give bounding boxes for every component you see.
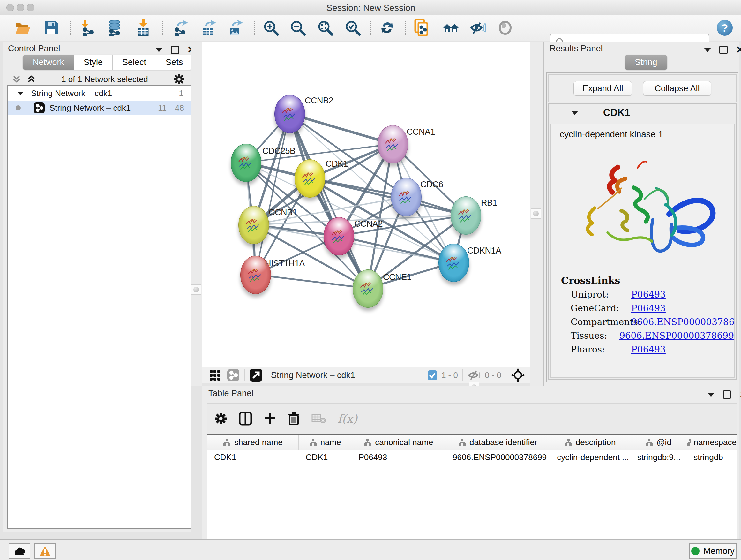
network-node-cdc6[interactable]: [391, 178, 421, 216]
warning-status-button[interactable]: [34, 543, 56, 559]
tab-select[interactable]: Select: [113, 55, 156, 70]
right-splitter-handle[interactable]: [531, 208, 541, 219]
options-gear-icon[interactable]: [173, 73, 185, 85]
table-row[interactable]: CDK1CDK1P064939606.ENSP00000378699cyclin…: [207, 450, 737, 464]
collapse-all-button[interactable]: Collapse All: [643, 81, 711, 96]
table-cell[interactable]: cyclin-dependent ...: [550, 450, 630, 464]
network-edge[interactable]: [255, 274, 367, 288]
import-table-file-icon[interactable]: [135, 19, 151, 36]
show-all-eye-icon[interactable]: [497, 19, 514, 36]
right-splitter[interactable]: [530, 42, 543, 386]
homes-icon[interactable]: [442, 19, 459, 36]
table-cell[interactable]: 9606.ENSP00000378699: [446, 450, 550, 464]
network-node-ccnb1[interactable]: [239, 206, 269, 244]
center-view-crosshair-icon[interactable]: [511, 368, 525, 382]
panel-menu-icon[interactable]: [155, 48, 162, 52]
crosslink-label: Compartments:: [570, 317, 631, 327]
gene-expander-icon[interactable]: [571, 111, 578, 115]
gene-section-header[interactable]: CDK1: [549, 107, 736, 118]
hidden-eye-slash-icon[interactable]: [468, 369, 482, 381]
column-header-namespace[interactable]: namespace: [686, 435, 737, 449]
column-header-shared-name[interactable]: shared name: [207, 435, 299, 449]
add-column-icon[interactable]: [264, 412, 276, 426]
export-table-icon[interactable]: [200, 19, 217, 36]
left-splitter[interactable]: [191, 42, 202, 386]
network-node-ccna2[interactable]: [324, 217, 354, 255]
network-edge[interactable]: [289, 114, 393, 144]
tab-sets[interactable]: Sets: [156, 55, 193, 70]
crosslink-value-link[interactable]: P06493: [631, 289, 666, 300]
crosslink-value-link[interactable]: 9606.ENSP00000378699: [631, 317, 735, 327]
zoom-out-icon[interactable]: [289, 19, 306, 36]
network-view-canvas[interactable]: CCNB2CCNA1CDC25BCDK1CDC6RB1CCNB1CCNA2CDK…: [202, 42, 530, 367]
network-collection-row[interactable]: String Network – cdk1 1: [8, 86, 191, 101]
column-header-canonical-name[interactable]: canonical name: [351, 435, 446, 449]
column-header-database-identifier[interactable]: database identifier: [446, 435, 550, 449]
delete-column-icon[interactable]: [288, 411, 300, 426]
save-session-icon[interactable]: [43, 19, 60, 36]
panel-float-icon[interactable]: [171, 46, 179, 54]
tab-network[interactable]: Network: [23, 55, 74, 70]
column-header-id[interactable]: @id: [630, 435, 686, 449]
table-cell[interactable]: stringdb: [686, 450, 737, 464]
tab-style[interactable]: Style: [74, 55, 113, 70]
show-columns-icon[interactable]: [239, 412, 252, 426]
table-gear-icon[interactable]: [214, 412, 227, 425]
export-image-icon[interactable]: [227, 19, 244, 36]
expand-all-icon[interactable]: [26, 74, 36, 84]
network-overview-share-icon[interactable]: [227, 369, 240, 381]
network-node-ccne1[interactable]: [353, 269, 383, 308]
network-node-cdk1[interactable]: [294, 159, 325, 198]
panel-float-icon[interactable]: [719, 46, 728, 54]
footer-separator: [462, 369, 463, 381]
network-node-cdkn1a[interactable]: [439, 244, 469, 282]
zoom-fit-content-icon[interactable]: [317, 19, 333, 36]
collection-expander-icon[interactable]: [17, 91, 23, 95]
column-header-name[interactable]: name: [299, 435, 352, 449]
tab-string[interactable]: String: [625, 55, 667, 70]
network-node-rb1[interactable]: [451, 196, 481, 235]
first-neighbors-icon[interactable]: [414, 19, 430, 36]
panel-menu-icon[interactable]: [704, 48, 711, 52]
network-node-ccnb2[interactable]: [274, 95, 305, 133]
zoom-in-icon[interactable]: [263, 19, 279, 36]
title-bar: Session: New Session: [0, 0, 741, 15]
panel-close-icon[interactable]: ✕: [736, 47, 741, 53]
collapse-all-icon[interactable]: [12, 74, 21, 84]
apply-layout-refresh-icon[interactable]: [379, 19, 395, 36]
export-network-icon[interactable]: [172, 19, 189, 36]
hide-selected-eye-icon[interactable]: [469, 19, 486, 36]
cloud-status-button[interactable]: [9, 543, 30, 559]
column-header-description[interactable]: description: [550, 435, 630, 449]
open-session-icon[interactable]: [14, 19, 31, 36]
network-row[interactable]: String Network – cdk1 11 48: [8, 101, 191, 115]
network-node-cdc25b[interactable]: [231, 144, 261, 182]
network-node-ccna1[interactable]: [378, 125, 408, 164]
left-splitter-handle[interactable]: [191, 285, 201, 295]
panel-close-icon[interactable]: ✕: [739, 391, 741, 398]
table-cell[interactable]: stringdb:9...: [630, 450, 687, 464]
panel-float-icon[interactable]: [723, 390, 731, 399]
help-icon[interactable]: ?: [717, 19, 733, 36]
zoom-selected-icon[interactable]: [344, 19, 361, 36]
memory-button[interactable]: Memory: [689, 543, 737, 559]
crosslink-value-link[interactable]: P06493: [631, 303, 666, 314]
memory-status-dot: [691, 547, 699, 555]
selected-counts: 1 - 0: [441, 370, 458, 380]
crosslink-value-link[interactable]: P06493: [631, 344, 666, 355]
expand-all-button[interactable]: Expand All: [574, 81, 632, 96]
panel-menu-icon[interactable]: [708, 393, 715, 397]
crosslink-value-link[interactable]: 9606.ENSP00000378699: [619, 330, 734, 341]
birdseye-grid-icon[interactable]: [209, 369, 222, 381]
network-selected-status: 1 of 1 Network selected: [36, 74, 173, 84]
open-in-window-icon[interactable]: [249, 368, 263, 382]
table-cell[interactable]: CDK1: [207, 450, 299, 464]
import-network-database-icon[interactable]: [106, 19, 123, 36]
collection-label: String Network – cdk1: [31, 88, 112, 98]
selected-checkbox-icon[interactable]: [427, 370, 437, 380]
import-network-file-icon[interactable]: [80, 19, 97, 36]
network-edge[interactable]: [255, 114, 289, 274]
results-panel-title: Results Panel: [549, 44, 603, 54]
table-cell[interactable]: P06493: [351, 450, 446, 464]
table-cell[interactable]: CDK1: [299, 450, 352, 464]
